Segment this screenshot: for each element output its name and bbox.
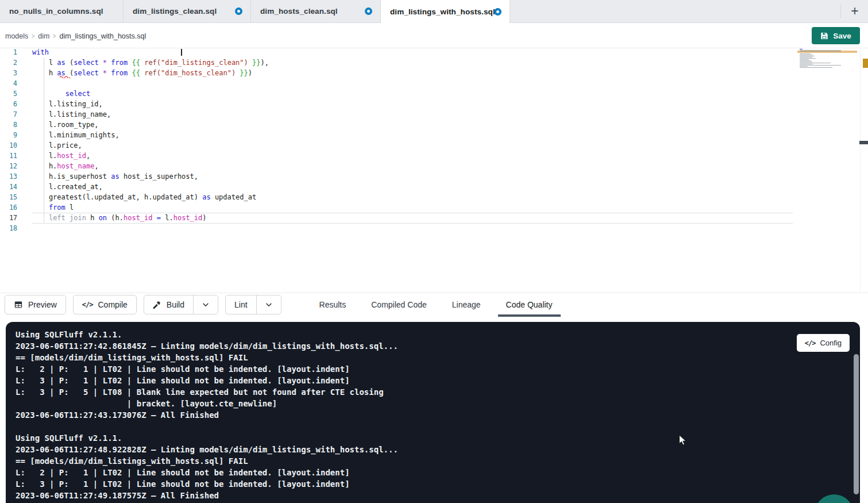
code-line: 9 l.minimum_nights,: [0, 130, 793, 140]
hammer-icon: [153, 301, 161, 309]
panel-tabs: ResultsCompiled CodeLineageCode Quality: [307, 293, 565, 317]
code-line-text: l.room_type,: [32, 120, 99, 130]
breadcrumb-item[interactable]: dim: [38, 32, 49, 40]
file-tab-label: dim_hosts_clean.sql: [260, 7, 338, 16]
code-line: 12 h.host_name,: [0, 161, 793, 171]
minimap-line: [800, 67, 832, 68]
code-line-text: l.created_at,: [32, 182, 103, 192]
code-line: 11 l.host_id,: [0, 151, 793, 161]
code-line: 16 from l: [0, 202, 793, 213]
lint-output-terminal: Using SQLFluff v2.1.1. 2023-06-06T11:27:…: [6, 322, 860, 503]
file-tabs: no_nulls_in_columns.sqldim_listings_clea…: [0, 0, 510, 22]
dbt-ide-window: no_nulls_in_columns.sqldim_listings_clea…: [0, 0, 868, 503]
line-number: 4: [0, 79, 17, 87]
code-line: 10 l.price,: [0, 140, 793, 151]
editor-scrollbar-thumb[interactable]: [859, 141, 868, 144]
file-tab-label: dim_listings_clean.sql: [133, 7, 217, 16]
config-button[interactable]: </> Config: [797, 334, 850, 352]
floppy-icon: [820, 32, 828, 40]
save-button-label: Save: [833, 32, 851, 40]
line-number: 16: [0, 203, 17, 212]
file-tab[interactable]: no_nulls_in_columns.sql: [0, 0, 124, 22]
modified-dot-icon: [235, 7, 242, 15]
code-line-text: l.minimum_nights,: [32, 130, 119, 140]
terminal-scrollbar-thumb[interactable]: [854, 354, 859, 494]
line-number: 9: [0, 131, 17, 139]
preview-button[interactable]: Preview: [5, 295, 66, 314]
preview-button-label: Preview: [28, 300, 57, 309]
code-line-text: l.host_id,: [32, 151, 90, 161]
code-line: 2 l as (select * from {{ ref("dim_listin…: [0, 57, 793, 68]
file-tab-label: no_nulls_in_columns.sql: [9, 7, 103, 16]
line-number: 15: [0, 193, 17, 201]
code-line: 14 l.created_at,: [0, 182, 793, 192]
code-lines[interactable]: 1with2 l as (select * from {{ ref("dim_l…: [0, 47, 793, 233]
compile-button-label: Compile: [98, 300, 127, 309]
file-tab[interactable]: dim_listings_with_hosts.sql: [381, 0, 510, 23]
line-number: 12: [0, 162, 17, 170]
panel-tab-lineage[interactable]: Lineage: [444, 293, 489, 317]
mouse-cursor: [678, 434, 688, 447]
action-toolbar: Preview </> Compile Build Lint: [0, 293, 868, 316]
line-number: 17: [0, 214, 17, 222]
panel-tab-code-quality[interactable]: Code Quality: [498, 293, 561, 317]
text-cursor: [181, 49, 182, 56]
compile-button[interactable]: </> Compile: [73, 295, 137, 314]
lint-error-squiggle: [60, 75, 70, 78]
lint-menu-button[interactable]: [257, 295, 281, 314]
line-number: 18: [0, 224, 17, 232]
panel-tab-results[interactable]: Results: [311, 293, 354, 317]
line-number: 8: [0, 121, 17, 129]
code-line: 3 h as (select * from {{ ref("dim_hosts_…: [0, 68, 793, 78]
chevron-down-icon: [202, 301, 210, 309]
modified-dot-icon: [365, 7, 372, 15]
terminal-output: Using SQLFluff v2.1.1. 2023-06-06T11:27:…: [16, 329, 398, 501]
build-button[interactable]: Build: [144, 295, 194, 314]
line-number: 2: [0, 59, 17, 67]
code-brackets-icon: </>: [82, 301, 93, 309]
line-number: 6: [0, 100, 17, 108]
code-line-text: l as (select * from {{ ref("dim_listings…: [32, 57, 269, 68]
tab-bar-divider: [840, 5, 841, 18]
breadcrumb-chevron-icon: >: [32, 32, 34, 40]
breadcrumb-item[interactable]: dim_listings_with_hosts.sql: [59, 32, 146, 40]
code-line: 6 l.listing_id,: [0, 99, 793, 109]
chevron-down-icon: [265, 301, 273, 309]
file-tab-label: dim_listings_with_hosts.sql: [390, 7, 495, 16]
code-line: 18: [0, 223, 793, 233]
code-line: 4: [0, 78, 793, 89]
code-line-text: from l: [32, 202, 74, 213]
line-number: 1: [0, 48, 17, 56]
line-number: 3: [0, 69, 17, 77]
save-button[interactable]: Save: [812, 27, 860, 44]
code-line: 13 h.is_superhost as host_is_superhost,: [0, 171, 793, 182]
breadcrumb-bar: models>dim>dim_listings_with_hosts.sql S…: [0, 23, 868, 48]
code-editor[interactable]: 1with2 l as (select * from {{ ref("dim_l…: [0, 48, 868, 293]
breadcrumb-chevron-icon: >: [53, 32, 56, 40]
line-number: 13: [0, 172, 17, 181]
code-line: 7 l.listing_name,: [0, 109, 793, 120]
code-line: 8 l.room_type,: [0, 120, 793, 130]
panel-tab-compiled-code[interactable]: Compiled Code: [363, 293, 435, 317]
file-tab[interactable]: dim_listings_clean.sql: [124, 0, 251, 22]
line-number: 7: [0, 110, 17, 118]
build-button-label: Build: [167, 300, 184, 309]
breadcrumb-item[interactable]: models: [5, 32, 28, 40]
code-line-text: l.price,: [32, 140, 82, 151]
code-line-text: h.is_superhost as host_is_superhost,: [32, 171, 198, 182]
lint-button[interactable]: Lint: [226, 295, 257, 314]
code-line-text: with: [32, 47, 49, 57]
modified-dot-icon: [494, 8, 501, 16]
code-line: 5 select: [0, 89, 793, 99]
build-menu-button[interactable]: [194, 295, 218, 314]
line-number: 10: [0, 141, 17, 149]
file-tab[interactable]: dim_hosts_clean.sql: [251, 0, 381, 22]
scrollbar-warning-marker: [863, 59, 868, 68]
code-line-text: h.host_name,: [32, 161, 99, 171]
lint-button-label: Lint: [234, 300, 248, 309]
code-line-text: l.listing_name,: [32, 109, 111, 120]
build-split-button: Build: [144, 295, 218, 314]
minimap[interactable]: [798, 49, 841, 72]
new-tab-button[interactable]: +: [846, 3, 863, 20]
editor-scrollbar-track: [860, 48, 861, 292]
